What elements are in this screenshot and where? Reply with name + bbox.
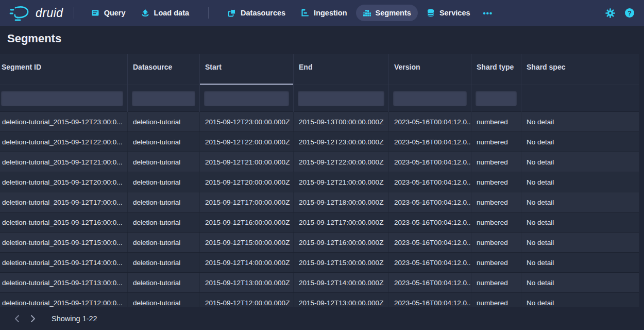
- segments-toolbar: Segments Refresh Group by None Interval …: [0, 26, 644, 54]
- cell-shard-type: numbered: [471, 273, 521, 292]
- table-row[interactable]: deletion-tutorial_2015-09-12T12:00:0... …: [0, 293, 639, 307]
- cell-segment-id: deletion-tutorial_2015-09-12T23:00:0...: [0, 112, 128, 131]
- datasources-icon: [228, 9, 236, 17]
- table-row[interactable]: deletion-tutorial_2015-09-12T13:00:0... …: [0, 273, 639, 293]
- cell-start: 2015-09-12T12:00:00.000Z: [200, 293, 294, 307]
- nav-item-label: Segments: [376, 9, 411, 17]
- prev-page-button[interactable]: [10, 312, 23, 325]
- cell-version: 2023-05-16T00:04:12.0...: [389, 152, 471, 172]
- nav-item-query[interactable]: Query: [84, 5, 132, 21]
- table-row[interactable]: deletion-tutorial_2015-09-12T17:00:0... …: [0, 192, 639, 212]
- cell-end: 2015-09-12T16:00:00.000Z: [294, 233, 389, 252]
- cell-segment-id: deletion-tutorial_2015-09-12T21:00:0...: [0, 152, 128, 172]
- filter-input-shard-type[interactable]: [476, 91, 517, 106]
- cell-start: 2015-09-12T13:00:00.000Z: [200, 273, 294, 292]
- column-header-end[interactable]: End: [294, 54, 389, 85]
- column-header-shard-type[interactable]: Shard type: [471, 54, 521, 85]
- navbar-divider: [208, 7, 209, 19]
- cell-start: 2015-09-12T16:00:00.000Z: [200, 212, 294, 232]
- nav-item-label: Datasources: [241, 9, 285, 17]
- help-icon[interactable]: ?: [624, 8, 635, 18]
- cell-shard-type: numbered: [471, 112, 521, 131]
- cell-end: 2015-09-12T21:00:00.000Z: [294, 172, 389, 192]
- cell-version: 2023-05-16T00:04:12.0...: [389, 233, 471, 252]
- nav-item-ingestion[interactable]: Ingestion: [294, 5, 353, 21]
- cell-datasource: deletion-tutorial: [128, 212, 200, 232]
- table-row[interactable]: deletion-tutorial_2015-09-12T14:00:0... …: [0, 253, 639, 273]
- table-row[interactable]: deletion-tutorial_2015-09-12T21:00:0... …: [0, 152, 639, 172]
- cell-end: 2015-09-12T18:00:00.000Z: [294, 192, 389, 212]
- column-header-shard-spec[interactable]: Shard spec: [521, 54, 639, 85]
- cell-datasource: deletion-tutorial: [128, 293, 200, 307]
- cell-version: 2023-05-16T00:04:12.0...: [389, 112, 471, 131]
- table-row[interactable]: deletion-tutorial_2015-09-12T20:00:0... …: [0, 172, 639, 192]
- table-row[interactable]: deletion-tutorial_2015-09-12T16:00:0... …: [0, 212, 639, 233]
- table-header-row: Segment ID Datasource Start End Version …: [0, 54, 639, 85]
- nav-item-label: Load data: [154, 9, 189, 17]
- cell-shard-type: numbered: [471, 152, 521, 172]
- filter-input-segment-id[interactable]: [1, 91, 123, 106]
- column-header-datasource[interactable]: Datasource: [128, 54, 200, 85]
- cell-datasource: deletion-tutorial: [128, 273, 200, 292]
- cell-shard-spec: No detail: [521, 273, 639, 292]
- cell-start: 2015-09-12T17:00:00.000Z: [200, 192, 294, 212]
- cell-shard-spec: No detail: [521, 253, 639, 272]
- cell-shard-type: numbered: [471, 293, 521, 307]
- top-navbar: druid Query Load data: [0, 0, 644, 26]
- cell-end: 2015-09-12T14:00:00.000Z: [294, 273, 389, 292]
- cell-shard-spec: No detail: [521, 152, 639, 172]
- cell-shard-spec: No detail: [521, 233, 639, 252]
- cell-shard-spec: No detail: [521, 293, 639, 307]
- cell-datasource: deletion-tutorial: [128, 172, 200, 192]
- cell-start: 2015-09-12T14:00:00.000Z: [200, 253, 294, 272]
- nav-item-segments[interactable]: Segments: [356, 5, 418, 21]
- cell-end: 2015-09-12T23:00:00.000Z: [294, 132, 389, 152]
- cell-shard-type: numbered: [471, 172, 521, 192]
- cell-end: 2015-09-12T13:00:00.000Z: [294, 293, 389, 307]
- services-icon: [427, 9, 435, 17]
- cell-datasource: deletion-tutorial: [128, 233, 200, 252]
- table-row[interactable]: deletion-tutorial_2015-09-12T15:00:0... …: [0, 233, 639, 253]
- cell-segment-id: deletion-tutorial_2015-09-12T17:00:0...: [0, 192, 128, 212]
- filter-input-datasource[interactable]: [132, 91, 195, 106]
- nav-more-button[interactable]: •••: [479, 5, 497, 22]
- druid-logo[interactable]: druid: [9, 5, 63, 21]
- cell-shard-spec: No detail: [521, 212, 639, 232]
- cell-shard-spec: No detail: [521, 132, 639, 152]
- cell-shard-type: numbered: [471, 233, 521, 252]
- filter-input-start[interactable]: [204, 91, 289, 106]
- next-page-button[interactable]: [27, 312, 39, 325]
- nav-item-datasources[interactable]: Datasources: [221, 5, 292, 21]
- druid-logo-icon: [9, 5, 31, 21]
- cell-shard-spec: No detail: [521, 112, 639, 131]
- nav-item-services[interactable]: Services: [420, 5, 477, 21]
- brand-name: druid: [36, 6, 63, 20]
- nav-item-label: Query: [104, 9, 126, 17]
- table-row[interactable]: deletion-tutorial_2015-09-12T23:00:0... …: [0, 112, 639, 132]
- cell-version: 2023-05-16T00:04:12.0...: [389, 132, 471, 152]
- nav-item-load-data[interactable]: Load data: [134, 5, 196, 21]
- cell-datasource: deletion-tutorial: [128, 152, 200, 172]
- cell-datasource: deletion-tutorial: [128, 112, 200, 131]
- cell-version: 2023-05-16T00:04:12.0...: [389, 212, 471, 232]
- segments-icon: [363, 9, 371, 17]
- cell-end: 2015-09-12T22:00:00.000Z: [294, 152, 389, 172]
- navbar-items: Query Load data Datasources: [84, 5, 497, 22]
- gear-icon[interactable]: [605, 8, 615, 18]
- cell-start: 2015-09-12T21:00:00.000Z: [200, 152, 294, 172]
- column-header-start[interactable]: Start: [200, 54, 294, 85]
- column-header-segment-id[interactable]: Segment ID: [0, 54, 128, 85]
- column-header-version[interactable]: Version: [389, 54, 471, 85]
- filter-input-version[interactable]: [393, 91, 467, 106]
- pagination-bar: Showing 1-22: [0, 307, 644, 330]
- nav-item-label: Ingestion: [314, 9, 347, 17]
- table-row[interactable]: deletion-tutorial_2015-09-12T22:00:0... …: [0, 132, 639, 152]
- cell-segment-id: deletion-tutorial_2015-09-12T15:00:0...: [0, 233, 128, 252]
- cell-version: 2023-05-16T00:04:12.0...: [389, 192, 471, 212]
- cell-end: 2015-09-13T00:00:00.000Z: [294, 112, 389, 131]
- cell-start: 2015-09-12T20:00:00.000Z: [200, 172, 294, 192]
- cell-shard-type: numbered: [471, 132, 521, 152]
- filter-input-end[interactable]: [298, 91, 384, 106]
- cell-shard-type: numbered: [471, 253, 521, 272]
- cell-end: 2015-09-12T15:00:00.000Z: [294, 253, 389, 272]
